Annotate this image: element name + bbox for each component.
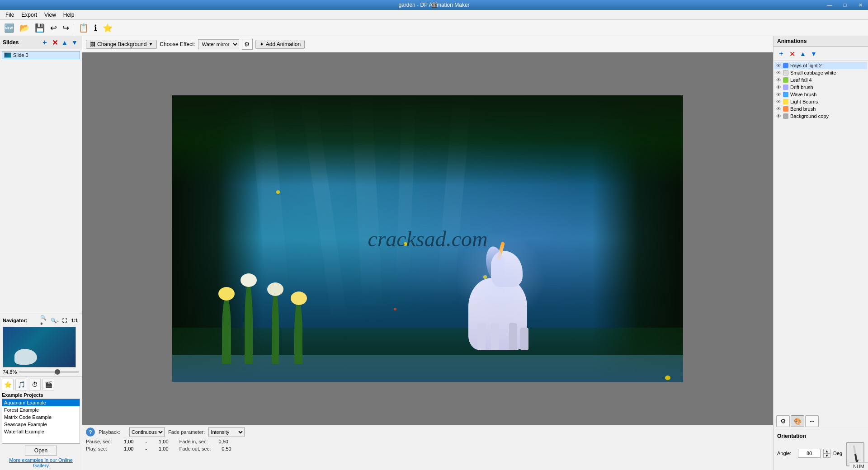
tab-color-button[interactable]: 🎨	[791, 415, 804, 427]
anim-visibility-icon[interactable]: 👁	[776, 92, 781, 97]
zoom-in-button[interactable]: 🔍+	[40, 316, 49, 325]
tab-video[interactable]: 🎬	[42, 379, 54, 390]
open-example-button[interactable]: Open	[25, 446, 57, 456]
zoom-bar: 74.8%	[3, 369, 79, 375]
anim-item-label: Light Beams	[790, 99, 865, 104]
tab-timer[interactable]: ⏱	[29, 379, 41, 390]
anim-color-swatch	[783, 70, 788, 75]
main-layout: Slides + ✕ ▲ ▼ Slide 0 Navigator: 🔍+ 🔍- …	[0, 36, 868, 470]
save-button[interactable]: 💾	[33, 22, 47, 34]
canvas: cracksad.com	[172, 95, 683, 382]
slides-list: Slide 0	[0, 49, 82, 314]
menu-help[interactable]: Help	[60, 11, 78, 19]
remove-animation-button[interactable]: ✕	[787, 49, 797, 59]
anim-color-swatch	[783, 92, 788, 97]
example-item-seascape[interactable]: Seascape Example	[2, 421, 80, 428]
angle-spinner: ▲ ▼	[823, 449, 830, 458]
example-item-waterfall[interactable]: Waterfall Example	[2, 428, 80, 435]
anim-color-swatch	[783, 85, 788, 90]
anim-visibility-icon[interactable]: 👁	[776, 106, 781, 112]
maximize-button[interactable]: □	[837, 0, 853, 10]
open-file-button[interactable]: 📂	[17, 22, 32, 34]
angle-spin-up[interactable]: ▲	[823, 449, 830, 453]
add-slide-button[interactable]: +	[40, 38, 49, 47]
anim-item-label: Drift brush	[790, 85, 865, 90]
anim-visibility-icon[interactable]: 👁	[776, 63, 781, 68]
navigator-label: Navigator: 🔍+ 🔍- ⛶ 1:1	[3, 316, 79, 325]
change-background-icon: 🖼	[90, 41, 95, 47]
move-slide-up-button[interactable]: ▲	[60, 38, 69, 47]
navigator-section: Navigator: 🔍+ 🔍- ⛶ 1:1 74.8%	[0, 314, 82, 376]
fade-in-label: Fade in, sec:	[179, 439, 208, 444]
slide-item[interactable]: Slide 0	[2, 51, 80, 59]
anim-item-drift[interactable]: 👁 Drift brush	[774, 84, 867, 91]
anim-visibility-icon[interactable]: 👁	[776, 113, 781, 119]
minimize-button[interactable]: —	[822, 0, 837, 10]
change-background-button[interactable]: 🖼 Change Background ▼	[86, 40, 157, 49]
anim-visibility-icon[interactable]: 👁	[776, 77, 781, 83]
fit-button[interactable]: ⛶	[60, 316, 69, 325]
info-button[interactable]: ℹ	[92, 22, 99, 34]
anim-item-leaf[interactable]: 👁 Leaf fall 4	[774, 76, 867, 84]
effect-settings-button[interactable]: ⚙	[242, 39, 253, 50]
menu-export[interactable]: Export	[18, 11, 41, 19]
add-animation-button[interactable]: ✦ Add Animation	[255, 40, 305, 49]
anim-item-cabbage[interactable]: 👁 Small cabbage white	[774, 69, 867, 76]
center-area: 🖼 Change Background ▼ Choose Effect: Wat…	[82, 36, 773, 470]
anim-item-label: Background copy	[790, 113, 865, 119]
left-panel: Slides + ✕ ▲ ▼ Slide 0 Navigator: 🔍+ 🔍- …	[0, 36, 82, 470]
zoom-slider[interactable]	[19, 371, 79, 373]
canvas-container[interactable]: cracksad.com	[82, 52, 773, 425]
example-item-aquarium[interactable]: Aquarium Example	[2, 399, 80, 406]
canvas-flowers	[208, 273, 335, 364]
tab-settings-button[interactable]: ⚙	[776, 415, 790, 427]
orientation-row: Angle: ▲ ▼ Deg	[777, 449, 842, 458]
fade-param-select[interactable]: Intensity Speed Direction	[208, 427, 245, 437]
canvas-canopy	[172, 95, 683, 186]
tab-music[interactable]: 🎵	[15, 379, 27, 390]
anim-color-swatch	[783, 63, 788, 68]
tab-favorites[interactable]: ⭐	[2, 379, 14, 390]
example-item-forest[interactable]: Forest Example	[2, 406, 80, 414]
redo-button[interactable]: ↪	[60, 22, 71, 34]
online-gallery-link[interactable]: More examples in our Online Gallery	[2, 457, 80, 468]
anim-visibility-icon[interactable]: 👁	[776, 70, 781, 75]
new-button[interactable]: 🆕	[2, 22, 16, 34]
playback-row2: Pause, sec: 1,00 - 1,00 Fade in, sec: 0,…	[86, 439, 769, 444]
add-animation-panel-button[interactable]: +	[776, 49, 786, 59]
effect-select[interactable]: Water mirror None Blur Glow	[198, 39, 239, 49]
anim-visibility-icon[interactable]: 👁	[776, 99, 781, 104]
anim-item-rays[interactable]: 👁 Rays of light 2	[774, 62, 867, 69]
menu-file[interactable]: File	[2, 11, 18, 19]
example-projects-list[interactable]: Aquarium Example Forest Example Matrix C…	[2, 399, 80, 444]
move-animation-up-button[interactable]: ▲	[798, 49, 808, 59]
reset-zoom-button[interactable]: 1:1	[70, 316, 79, 325]
move-animation-down-button[interactable]: ▼	[809, 49, 819, 59]
remove-slide-button[interactable]: ✕	[50, 38, 59, 47]
fade-out-value: 0,50	[222, 446, 231, 451]
anim-item-bend[interactable]: 👁 Bend brush	[774, 105, 867, 113]
zoom-thumb[interactable]	[55, 369, 60, 375]
slideshow-button[interactable]: 📋	[76, 22, 91, 34]
tab-transform-button[interactable]: ↔	[805, 415, 819, 427]
slide-thumbnail	[4, 52, 11, 58]
close-button[interactable]: ✕	[853, 0, 868, 10]
zoom-out-button[interactable]: 🔍-	[50, 316, 59, 325]
playback-label: Playback:	[99, 429, 126, 435]
anim-item-wave[interactable]: 👁 Wave brush	[774, 91, 867, 98]
example-item-matrix[interactable]: Matrix Code Example	[2, 414, 80, 421]
help-button[interactable]: ?	[86, 428, 95, 437]
anim-item-background[interactable]: 👁 Background copy	[774, 113, 867, 120]
angle-input[interactable]	[798, 449, 821, 458]
star-button[interactable]: ⭐	[100, 22, 115, 34]
anim-color-swatch	[783, 77, 788, 83]
move-slide-down-button[interactable]: ▼	[70, 38, 79, 47]
menu-view[interactable]: View	[41, 11, 60, 19]
playback-mode-select[interactable]: Continuous Once Ping-pong	[129, 427, 165, 437]
anim-color-swatch	[783, 99, 788, 104]
angle-spin-down[interactable]: ▼	[823, 453, 830, 458]
anim-visibility-icon[interactable]: 👁	[776, 85, 781, 90]
pause-separator: -	[145, 439, 147, 444]
undo-button[interactable]: ↩	[48, 22, 59, 34]
anim-item-lightbeams[interactable]: 👁 Light Beams	[774, 98, 867, 105]
